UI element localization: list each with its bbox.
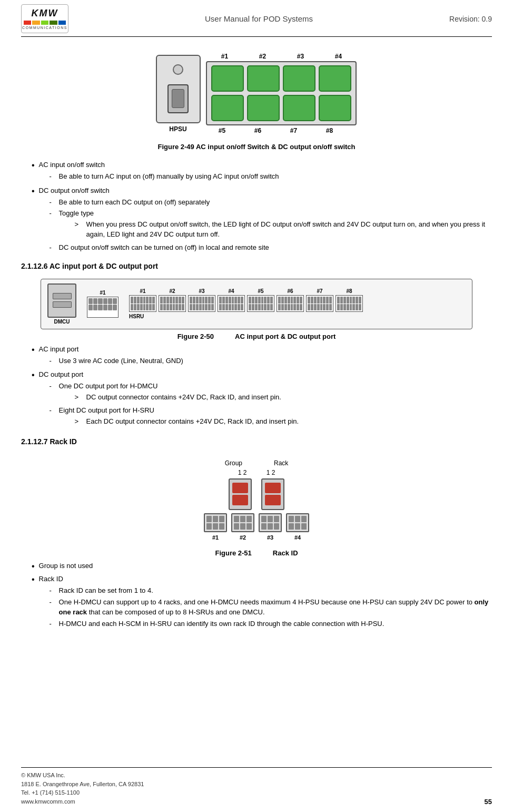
bullet-text-ac-switch: AC input on/off switch - Be able to turn… (39, 160, 492, 183)
pin (140, 297, 143, 304)
pin (291, 304, 293, 311)
dip-pin (246, 516, 252, 522)
sub-text-dc-port-1: One DC output port for H-DMCU > DC outpu… (59, 381, 281, 404)
dip-pin (261, 516, 267, 522)
pin (326, 297, 329, 304)
bullet-dot-4: • (32, 370, 35, 381)
pin (219, 297, 222, 304)
pin (137, 297, 140, 304)
hpsu-btn-4 (319, 65, 351, 92)
rack-id-bullets: • Group is not used • Rack ID - Rack ID … (32, 561, 492, 631)
hpsu-unit (156, 55, 201, 123)
btn-label-3: #3 (282, 53, 320, 60)
bullet-dot-5: • (32, 561, 35, 572)
dip-pin (213, 523, 218, 530)
pin (255, 304, 258, 311)
pin (179, 297, 181, 304)
bullet-text-dc-port: DC output port - One DC output port for … (39, 370, 492, 429)
hsru-conn-2 (159, 295, 186, 312)
dip-pin (261, 523, 267, 530)
bullet-ac-switch: • AC input on/off switch - Be able to tu… (32, 160, 492, 183)
pin (143, 304, 146, 311)
hsru-conn-5 (247, 295, 274, 312)
pin (278, 304, 281, 311)
hpsu-btn-5 (211, 95, 244, 121)
hsru-conn-4 (218, 295, 245, 312)
pin (241, 297, 243, 304)
dip-pin (219, 516, 224, 522)
logo-comm: COMMUNICATIONS (22, 26, 67, 30)
figure-51-caption-num: Figure 2-51 (215, 549, 251, 557)
pin (270, 297, 273, 304)
pin (182, 297, 184, 304)
pin (288, 297, 290, 304)
rack-dip-labels: #1 #2 #3 #4 (204, 534, 309, 541)
pin (103, 298, 107, 304)
sub-sub-text-dc-port-2: Each DC output connector contains +24V D… (86, 417, 299, 427)
dip-label-3: #3 (259, 534, 282, 541)
pin (179, 304, 181, 311)
dash-2: - (50, 198, 55, 208)
dash-6: - (50, 381, 55, 392)
dip-pin (219, 523, 224, 530)
pin (337, 297, 340, 304)
pin (143, 297, 146, 304)
hpsu-row-bottom (211, 95, 351, 121)
hpsu-btn-6 (247, 95, 280, 121)
dmcu-unit (47, 283, 76, 318)
dmcu-slot-1 (53, 293, 72, 299)
figure-51-caption-text: Rack ID (273, 549, 298, 557)
pin (134, 297, 136, 304)
pin (270, 304, 273, 311)
dash-9: - (50, 598, 55, 608)
sub-text-dc-port-2: Eight DC output port for H-SRU > Each DC… (59, 406, 299, 428)
page-header: KMW COMMUNICATIONS User Manual for POD S… (21, 0, 492, 37)
dip-pin (289, 516, 294, 522)
hpsu-switch-inner (172, 89, 184, 108)
figure-50-area: DMCU #1 (21, 279, 492, 340)
rack-dip-row (204, 513, 309, 532)
pin (343, 297, 346, 304)
pin (208, 297, 211, 304)
bullet-text-ac-port: AC input port - Use 3 wire AC code (Line… (39, 345, 492, 368)
pin (255, 297, 258, 304)
sub-text-ac-switch-1: Be able to turn AC input on (off) manual… (59, 172, 279, 182)
pin (238, 297, 240, 304)
bullet-text-dc-switch: DC output on/off switch - Be able to tur… (39, 186, 492, 255)
hpsu-label: HPSU (169, 125, 186, 133)
hsru-conn-8 (336, 295, 363, 312)
dip-pin (240, 516, 245, 522)
sub-sub-text-dc-port-1: DC output connector contains +24V DC, Ra… (86, 393, 281, 403)
pin (170, 297, 172, 304)
rack-label: Rack (274, 459, 288, 467)
pin (131, 304, 133, 311)
pin (202, 297, 205, 304)
footer-company: © KMW USA Inc. (21, 771, 144, 780)
dip-pin (213, 516, 218, 522)
btn-label-7: #7 (278, 127, 310, 134)
dip-pin (234, 523, 239, 530)
pin (166, 304, 169, 311)
pin (234, 304, 237, 311)
logo-box: KMW COMMUNICATIONS (21, 4, 68, 33)
pin (229, 297, 231, 304)
dip-pin (274, 523, 279, 530)
pin (308, 297, 310, 304)
group-label: Group (225, 459, 242, 467)
sub-sub-dc-port-1: > DC output connector contains +24V DC, … (75, 393, 281, 403)
pin (98, 298, 102, 304)
rack-sw-inner-4 (265, 495, 281, 505)
btn-label-4: #4 (320, 53, 358, 60)
pin (326, 304, 329, 311)
hpsu-top-labels: #1 #2 #3 #4 (206, 53, 358, 60)
pin (93, 298, 97, 304)
bullet-group-not-used: • Group is not used (32, 561, 492, 572)
header-title: User Manual for POD Systems (205, 14, 313, 23)
sub-text-rack-1: Rack ID can be set from 1 to 4. (59, 586, 153, 596)
sub-text-rack-3: H-DMCU and each H-SCM in H-SRU can ident… (59, 619, 384, 629)
pin (311, 297, 313, 304)
dip-pin (206, 523, 212, 530)
pin (258, 304, 261, 311)
pin (88, 298, 93, 304)
pin (146, 304, 149, 311)
